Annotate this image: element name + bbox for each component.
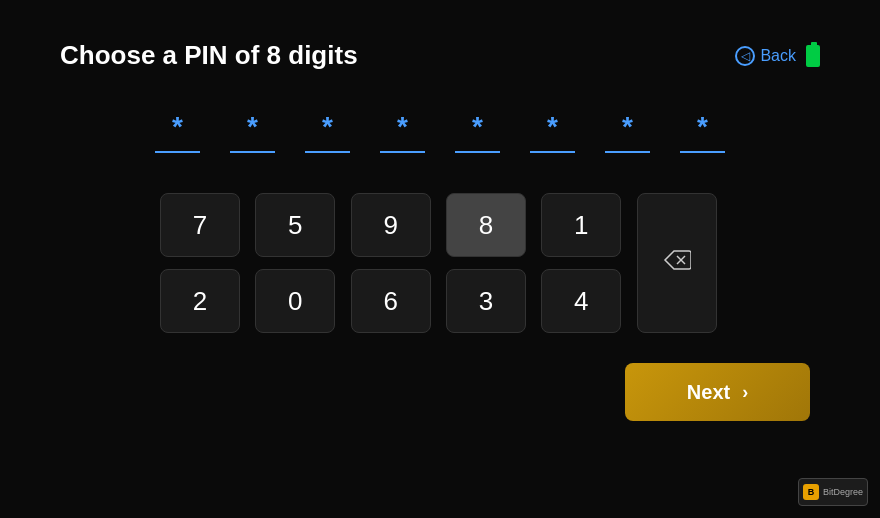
key-8[interactable]: 8 [446,193,526,257]
pin-digit-3: * [305,111,350,153]
pin-digit-4: * [380,111,425,153]
header: Choose a PIN of 8 digits ◁ Back [60,40,820,71]
back-label: Back [760,47,796,65]
pin-digit-7: * [605,111,650,153]
pin-asterisk-3: * [322,111,333,143]
pin-digit-6: * [530,111,575,153]
key-5[interactable]: 5 [255,193,335,257]
pin-asterisk-1: * [172,111,183,143]
battery-icon [806,45,820,67]
backspace-icon [663,249,691,277]
pin-digit-1: * [155,111,200,153]
pin-underline-8 [680,151,725,153]
pin-underline-2 [230,151,275,153]
keypad-area: 7 5 9 8 1 2 0 6 3 4 [60,193,820,333]
bottom-area: Next › [60,363,820,421]
pin-underline-7 [605,151,650,153]
pin-underline-4 [380,151,425,153]
back-circle-icon: ◁ [735,46,755,66]
page-title: Choose a PIN of 8 digits [60,40,358,71]
pin-underline-6 [530,151,575,153]
pin-digit-2: * [230,111,275,153]
next-label: Next [687,381,730,404]
pin-digit-5: * [455,111,500,153]
next-button[interactable]: Next › [625,363,810,421]
pin-display: * * * * * * * * [60,111,820,153]
pin-asterisk-6: * [547,111,558,143]
next-arrow-icon: › [742,382,748,403]
back-button[interactable]: ◁ Back [735,46,796,66]
pin-underline-5 [455,151,500,153]
key-7[interactable]: 7 [160,193,240,257]
pin-underline-3 [305,151,350,153]
key-6[interactable]: 6 [351,269,431,333]
keypad: 7 5 9 8 1 2 0 6 3 4 [160,193,720,333]
logo-icon: B [803,484,819,500]
key-3[interactable]: 3 [446,269,526,333]
pin-asterisk-2: * [247,111,258,143]
pin-asterisk-5: * [472,111,483,143]
key-2[interactable]: 2 [160,269,240,333]
backspace-button[interactable] [637,193,717,333]
key-9[interactable]: 9 [351,193,431,257]
pin-asterisk-7: * [622,111,633,143]
pin-underline-1 [155,151,200,153]
key-4[interactable]: 4 [541,269,621,333]
bitdegree-logo: B BitDegree [798,478,868,506]
pin-digit-8: * [680,111,725,153]
pin-asterisk-8: * [697,111,708,143]
logo-text: BitDegree [823,487,863,497]
header-right: ◁ Back [735,45,820,67]
main-container: Choose a PIN of 8 digits ◁ Back * * * * [0,0,880,518]
pin-asterisk-4: * [397,111,408,143]
key-0[interactable]: 0 [255,269,335,333]
key-1[interactable]: 1 [541,193,621,257]
